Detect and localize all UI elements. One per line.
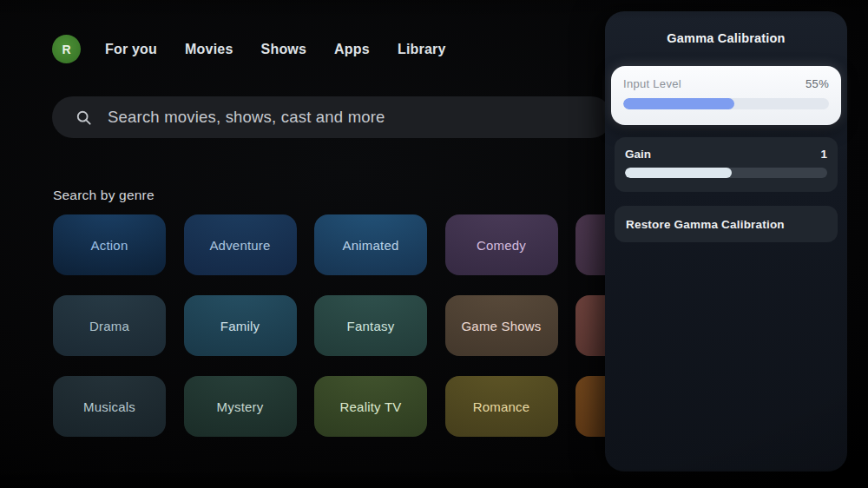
genre-label: Drama [89,319,129,333]
search-placeholder: Search movies, shows, cast and more [108,108,385,127]
genre-button-adventure[interactable]: Adventure [184,214,297,275]
tv-screen: R For you Movies Shows Apps Library Sear… [0,0,868,488]
genre-label: Musicals [83,399,135,414]
genre-button-fantasy[interactable]: Fantasy [314,295,427,356]
genre-label: Animated [343,238,399,253]
genre-label: Family [220,319,260,333]
input-level-slider[interactable] [623,98,829,109]
genre-label: Game Shows [461,319,541,333]
panel-title: Gamma Calibration [605,11,847,45]
genre-label: Comedy [477,238,526,253]
nav-item-movies[interactable]: Movies [185,42,233,57]
search-icon [75,109,93,127]
input-level-value: 55% [806,77,829,90]
restore-gamma-calibration-button[interactable]: Restore Gamma Calibration [615,206,838,242]
search-bar[interactable]: Search movies, shows, cast and more [52,96,612,138]
gain-slider-fill [625,168,732,178]
genre-button-family[interactable]: Family [184,295,297,356]
genre-button-drama[interactable]: Drama [53,295,166,356]
nav-item-shows[interactable]: Shows [261,42,307,57]
top-navigation: R For you Movies Shows Apps Library [52,35,474,63]
nav-item-for-you[interactable]: For you [105,42,157,57]
genre-button-game-shows[interactable]: Game Shows [445,295,558,356]
input-level-row: Input Level 55% [623,77,829,90]
genre-label: Reality TV [340,399,402,414]
restore-button-label: Restore Gamma Calibration [626,218,785,231]
gain-slider[interactable] [625,168,827,178]
genre-label: Adventure [209,238,270,253]
genre-section-title: Search by genre [53,188,155,203]
genre-button-musicals[interactable]: Musicals [53,376,166,437]
gain-card[interactable]: Gain 1 [615,137,838,192]
genre-button-comedy[interactable]: Comedy [445,214,558,275]
genre-button-reality-tv[interactable]: Reality TV [314,376,427,437]
gain-row: Gain 1 [625,148,827,161]
genre-label: Fantasy [347,319,395,333]
gain-label: Gain [625,148,651,161]
profile-avatar[interactable]: R [52,35,81,63]
gain-value: 1 [820,148,827,161]
genre-button-action[interactable]: Action [53,214,166,275]
genre-grid: Action Adventure Animated Comedy Drama F… [53,214,688,437]
genre-button-mystery[interactable]: Mystery [184,376,297,437]
input-level-slider-fill [623,98,734,109]
gamma-calibration-panel: Gamma Calibration Input Level 55% Gain 1… [605,11,847,472]
input-level-card[interactable]: Input Level 55% [611,66,841,125]
genre-button-romance[interactable]: Romance [445,376,558,437]
genre-label: Mystery [217,399,264,414]
avatar-letter: R [62,43,70,56]
genre-label: Romance [473,399,530,414]
genre-label: Action [91,238,128,253]
nav-item-library[interactable]: Library [398,42,446,57]
input-level-label: Input Level [623,77,681,90]
nav-item-apps[interactable]: Apps [334,42,370,57]
genre-button-animated[interactable]: Animated [314,214,427,275]
